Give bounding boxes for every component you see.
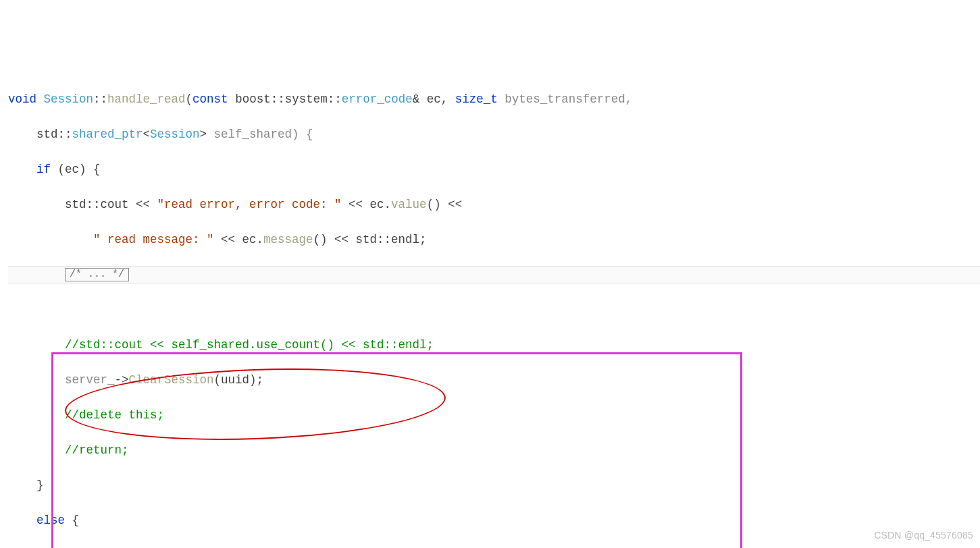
type-session: Session	[150, 128, 200, 141]
code-line: else {	[8, 512, 980, 529]
code-line: //std::cout << self_shared.use_count() <…	[8, 336, 980, 354]
code-line: //delete this;	[8, 406, 980, 424]
kw-const: const	[192, 92, 228, 106]
comment: //delete this;	[8, 408, 164, 422]
fn-handle-read: handle_read	[107, 92, 186, 106]
ident-server: server_	[65, 373, 115, 387]
kw-else: else	[8, 514, 65, 527]
ns-boost: boost	[235, 92, 271, 106]
type-error-code: error_code	[342, 92, 413, 106]
tok-ec: & ec,	[413, 92, 455, 106]
code-line: " read message: " << ec.message() << std…	[8, 231, 980, 248]
code-line: void Session::handle_read(const boost::s…	[8, 90, 980, 108]
code-line: std::cout << "read error, error code: " …	[8, 196, 980, 213]
watermark: CSDN @qq_45576085	[874, 526, 973, 544]
type-session: Session	[44, 92, 94, 106]
fn-clear-session: ClearSession	[129, 373, 214, 387]
kw-void: void	[8, 92, 36, 106]
brace-close: }	[8, 478, 44, 492]
code-line: std::shared_ptr<Session> self_shared) {	[8, 126, 980, 143]
code-line: }	[8, 476, 980, 494]
string-literal: "read error, error code: "	[157, 198, 342, 211]
comment: //return;	[8, 443, 129, 457]
ns-system: system	[285, 92, 328, 106]
type-shared-ptr: shared_ptr	[72, 128, 143, 141]
ident-self-shared: self_shared) {	[214, 128, 313, 141]
kw-if: if	[8, 163, 51, 176]
ident-bytes-transferred: bytes_transferred,	[498, 92, 633, 106]
comment: //std::cout << self_shared.use_count() <…	[8, 338, 434, 352]
code-line: if (ec) {	[8, 161, 980, 178]
code-editor[interactable]: void Session::handle_read(const boost::s…	[0, 70, 980, 548]
code-line: server_->ClearSession(uuid);	[8, 371, 980, 389]
string-literal: " read message: "	[93, 233, 214, 246]
tok-std: std::	[8, 128, 72, 141]
fn-message: message	[263, 233, 313, 246]
code-line-active: /* ... */	[8, 266, 980, 283]
code-line	[8, 301, 980, 319]
fn-value: value	[391, 198, 427, 211]
fold-box[interactable]: /* ... */	[65, 268, 129, 281]
code-line: //return;	[8, 441, 980, 459]
kw-size-t: size_t	[455, 92, 498, 106]
